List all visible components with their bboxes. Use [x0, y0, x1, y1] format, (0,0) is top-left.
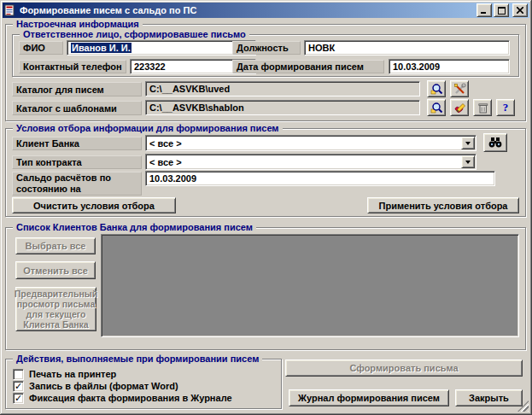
help-icon: ?: [503, 101, 509, 114]
contract-type-combo[interactable]: < все >: [145, 154, 476, 170]
templates-dir-field[interactable]: C:\__ASVKB\shablon: [145, 100, 420, 115]
journal-log-checkbox-row: ✓ Фиксация факта формирования в Журнале: [13, 392, 232, 404]
save-word-checkbox-row: ✓ Запись в файлы (формат Word): [13, 380, 178, 392]
generate-letters-button[interactable]: Сформировать письма: [285, 359, 523, 377]
search-icon: [430, 83, 443, 96]
letters-date-input[interactable]: 10.03.2009: [389, 59, 510, 74]
bank-client-label: Клиент Банка: [12, 137, 142, 150]
group-conditions-caption: Условия отбора информации для формирован…: [13, 122, 283, 134]
letters-dir-field[interactable]: C:\__ASVKB\uved: [145, 81, 420, 96]
bank-client-combo[interactable]: < все >: [145, 135, 476, 151]
edit-template-button[interactable]: [450, 99, 469, 116]
journal-button[interactable]: Журнал формирования писем: [289, 389, 449, 406]
journal-log-checkbox[interactable]: ✓: [13, 393, 24, 404]
app-icon: [4, 4, 16, 16]
group-clients-list-caption: Список Клиентов Банка для формирования п…: [13, 221, 256, 233]
fio-input[interactable]: Иванов И. И.: [67, 40, 256, 56]
balance-date-input[interactable]: 10.03.2009: [145, 171, 495, 186]
tools-icon: [453, 83, 466, 96]
fio-selected-text: Иванов И. И.: [71, 43, 132, 53]
group-actions: Действия, выполняемые при формировании п…: [5, 359, 282, 409]
letters-dir-tools-button[interactable]: [450, 80, 469, 97]
position-input[interactable]: НОВК: [304, 40, 510, 56]
save-word-checkbox[interactable]: ✓: [13, 381, 24, 392]
close-button[interactable]: [512, 3, 528, 17]
templates-dir-label: Каталог с шаблонами: [12, 101, 142, 115]
phone-label: Контактный телефон: [19, 60, 126, 73]
title-bar[interactable]: Формирование писем с сальдо по ПС: [3, 3, 529, 18]
preview-letter-button[interactable]: Предварительный просмотр письма для теку…: [15, 287, 96, 331]
letters-dir-label: Каталог для писем: [12, 82, 142, 96]
edit-template-icon: [453, 102, 466, 114]
window-title: Формирование писем с сальдо по ПС: [20, 5, 475, 15]
group-responsible-caption: Ответственное лицо, сформировавшее письм…: [20, 28, 249, 40]
maximize-button[interactable]: [494, 3, 509, 17]
journal-log-checkbox-label: Фиксация факта формирования в Журнале: [29, 393, 232, 403]
close-dialog-button[interactable]: Закрыть: [455, 389, 523, 406]
binoculars-icon: [488, 137, 502, 148]
chevron-down-icon[interactable]: [461, 155, 475, 168]
letters-date-label: Дата формирования писем: [232, 60, 384, 73]
chevron-down-icon[interactable]: [461, 137, 475, 149]
save-word-checkbox-label: Запись в файлы (формат Word): [29, 381, 178, 391]
help-button[interactable]: ?: [496, 99, 515, 116]
browse-letters-dir-button[interactable]: [427, 80, 446, 97]
balance-date-label: Сальдо расчётов по состоянию на: [12, 172, 142, 196]
select-all-button[interactable]: Выбрать все: [15, 237, 96, 254]
bank-client-combo-value: < все >: [149, 138, 182, 149]
maximize-icon: [498, 7, 506, 15]
clients-list-area[interactable]: [101, 234, 519, 337]
print-checkbox-label: Печать на принтер: [29, 369, 116, 379]
fio-label: ФИО: [19, 41, 63, 55]
close-icon: [517, 7, 523, 14]
position-label: Должность: [232, 41, 301, 55]
browse-templates-dir-button[interactable]: [427, 99, 446, 116]
clear-conditions-button[interactable]: Очистить условия отбора: [12, 197, 176, 213]
print-checkbox[interactable]: [13, 369, 24, 380]
trash-icon: [476, 102, 489, 114]
delete-template-button[interactable]: [473, 99, 492, 116]
minimize-icon: [481, 7, 488, 14]
contract-type-label: Тип контракта: [12, 155, 142, 169]
group-actions-caption: Действия, выполняемые при формировании п…: [13, 353, 262, 365]
find-client-button[interactable]: [483, 133, 507, 152]
print-checkbox-row: Печать на принтер: [13, 368, 116, 380]
apply-conditions-button[interactable]: Применить условия отбора: [367, 197, 519, 213]
contract-type-combo-value: < все >: [149, 157, 182, 167]
minimize-button[interactable]: [476, 3, 492, 17]
search-icon: [430, 102, 443, 114]
dialog-window: Формирование писем с сальдо по ПС Настро…: [0, 0, 532, 415]
deselect-all-button[interactable]: Отменить все: [15, 261, 96, 279]
